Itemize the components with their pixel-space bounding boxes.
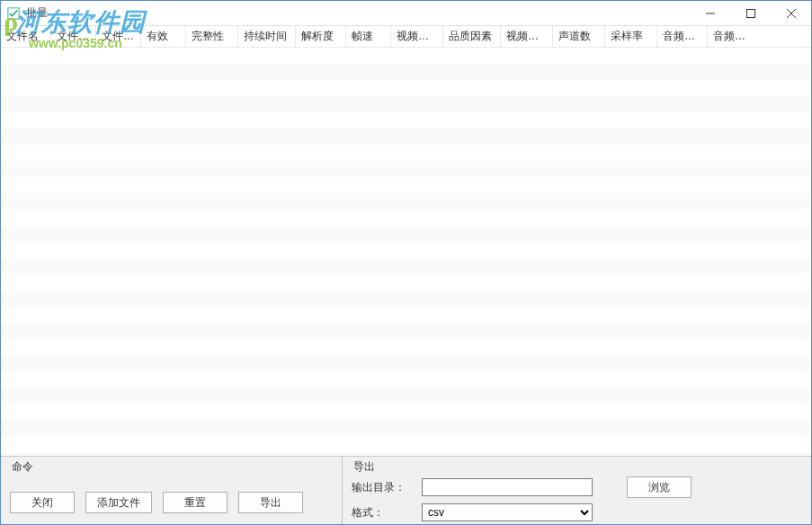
app-icon — [6, 6, 21, 21]
col-duration[interactable]: 持续时间 — [238, 26, 296, 47]
window-controls — [690, 1, 811, 25]
maximize-button[interactable] — [730, 1, 771, 25]
reset-button[interactable]: 重置 — [163, 492, 228, 513]
col-video-1[interactable]: 视频… — [391, 26, 443, 47]
col-file-2[interactable]: 文件… — [96, 26, 141, 47]
col-fps[interactable]: 帧速 — [346, 26, 391, 47]
col-file-1[interactable]: 文件… — [51, 26, 96, 47]
export-button[interactable]: 导出 — [238, 492, 303, 513]
app-window: 批量 文件名 文件… 文件… 有效 完整性 持续时间 解析度 帧速 视频… 品质… — [0, 0, 812, 525]
export-panel-label: 导出 — [352, 459, 377, 475]
bottom-panel: 命令 关闭 添加文件 重置 导出 导出 输出目录： 浏览 格式： csv — [1, 456, 811, 524]
col-video-2[interactable]: 视频… — [501, 26, 553, 47]
command-panel: 命令 关闭 添加文件 重置 导出 — [1, 457, 343, 524]
col-resolution[interactable]: 解析度 — [296, 26, 346, 47]
browse-button[interactable]: 浏览 — [627, 476, 692, 498]
table-area: 文件名 文件… 文件… 有效 完整性 持续时间 解析度 帧速 视频… 品质因素 … — [1, 26, 811, 456]
col-channels[interactable]: 声道数 — [553, 26, 605, 47]
col-quality[interactable]: 品质因素 — [443, 26, 501, 47]
format-select[interactable]: csv — [422, 503, 593, 521]
col-audio-2[interactable]: 音频… — [708, 26, 758, 47]
minimize-button[interactable] — [690, 1, 730, 25]
table-body-empty — [1, 48, 811, 456]
close-button[interactable] — [771, 1, 811, 25]
col-filename[interactable]: 文件名 — [1, 26, 51, 47]
output-dir-label: 输出目录： — [352, 480, 415, 495]
titlebar: 批量 — [1, 1, 811, 26]
add-file-button[interactable]: 添加文件 — [85, 492, 152, 513]
svg-rect-2 — [746, 9, 754, 17]
col-valid[interactable]: 有效 — [141, 26, 186, 47]
close-action-button[interactable]: 关闭 — [10, 492, 75, 513]
command-panel-label: 命令 — [10, 459, 35, 475]
format-row: 格式： csv — [352, 503, 802, 521]
output-dir-row: 输出目录： 浏览 — [352, 476, 802, 498]
col-integrity[interactable]: 完整性 — [186, 26, 238, 47]
col-samplerate[interactable]: 采样率 — [605, 26, 657, 47]
window-title: 批量 — [26, 5, 48, 21]
format-label: 格式： — [352, 505, 415, 521]
col-audio-1[interactable]: 音频… — [657, 26, 708, 47]
table-header: 文件名 文件… 文件… 有效 完整性 持续时间 解析度 帧速 视频… 品质因素 … — [1, 26, 811, 48]
output-dir-input[interactable] — [422, 478, 593, 496]
export-panel: 导出 输出目录： 浏览 格式： csv — [343, 457, 811, 524]
